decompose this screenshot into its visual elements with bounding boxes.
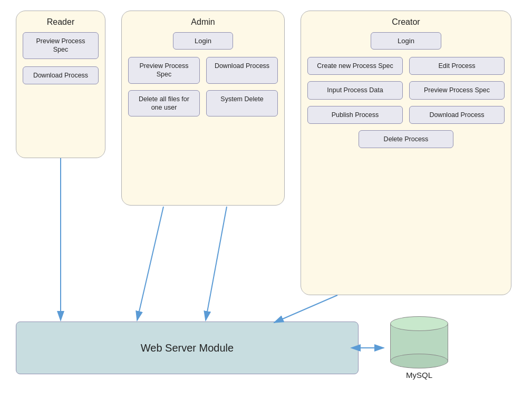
reader-action-download[interactable]: Download Process — [23, 66, 99, 84]
creator-action-input[interactable]: Input Process Data — [307, 81, 403, 99]
admin-action-system-delete[interactable]: System Delete — [206, 90, 278, 117]
creator-title: Creator — [307, 17, 505, 27]
reader-action-preview[interactable]: Preview Process Spec — [23, 32, 99, 59]
reader-box: Reader Preview Process Spec Download Pro… — [16, 11, 105, 158]
web-server-box: Web Server Module — [16, 322, 359, 374]
creator-action-edit[interactable]: Edit Process — [409, 57, 505, 75]
diagram-container: Reader Preview Process Spec Download Pro… — [0, 0, 532, 399]
mysql-container: MySQL — [385, 316, 453, 379]
arrow-admin-right-webserver — [206, 207, 227, 320]
mysql-label: MySQL — [406, 371, 432, 379]
admin-action-preview[interactable]: Preview Process Spec — [128, 57, 200, 84]
cyl-top — [390, 316, 448, 331]
creator-action-create[interactable]: Create new Process Spec — [307, 57, 403, 75]
creator-action-preview[interactable]: Preview Process Spec — [409, 81, 505, 99]
admin-login-btn[interactable]: Login — [173, 32, 233, 50]
reader-title: Reader — [23, 17, 99, 27]
web-server-label: Web Server Module — [141, 342, 234, 354]
creator-action-delete[interactable]: Delete Process — [359, 130, 453, 148]
creator-action-download[interactable]: Download Process — [409, 106, 505, 124]
arrow-creator-webserver — [274, 295, 337, 323]
creator-box: Creator Login Create new Process Spec Ed… — [301, 11, 511, 295]
mysql-cylinder — [390, 316, 448, 368]
admin-action-download[interactable]: Download Process — [206, 57, 278, 84]
creator-action-publish[interactable]: Publish Process — [307, 106, 403, 124]
arrow-admin-left-webserver — [137, 207, 163, 320]
admin-box: Admin Login Preview Process Spec Downloa… — [121, 11, 285, 206]
admin-action-delete-files[interactable]: Delete all files for one user — [128, 90, 200, 117]
admin-title: Admin — [128, 17, 278, 27]
creator-login-btn[interactable]: Login — [371, 32, 441, 50]
cyl-bottom — [390, 354, 448, 368]
